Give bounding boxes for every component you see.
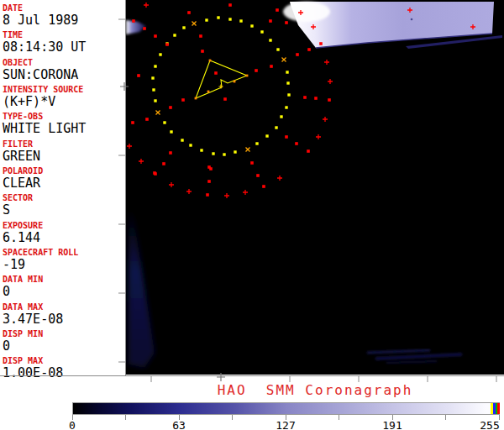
yellow-ring-dot [269, 39, 271, 41]
yellow-ring-dot [212, 152, 214, 155]
yellow-ring-dot [275, 126, 277, 128]
yellow-ring-dot [287, 93, 290, 96]
red-star-dot [181, 98, 185, 102]
yellow-ring-dot [250, 24, 253, 27]
polygon-vertex-dot [246, 75, 249, 77]
yellow-ring-dot [255, 142, 258, 144]
red-star-dot [143, 27, 146, 30]
colorbar-saturation-stripe [497, 403, 500, 414]
colorbar-label: 0 [47, 419, 97, 430]
yellow-ring-dot [189, 144, 192, 146]
yellow-ring-dot [228, 18, 231, 20]
colorbar-tick [125, 415, 126, 420]
red-star-dot [307, 48, 311, 51]
red-star-dot [319, 42, 323, 45]
red-star-dot [145, 118, 149, 121]
red-star-dot [169, 106, 172, 109]
colorbar-label: 63 [154, 419, 204, 430]
yellow-ring-dot [286, 81, 289, 84]
red-star-dot [314, 97, 318, 100]
red-star-dot [262, 185, 265, 188]
red-star-dot [285, 21, 288, 24]
panel-divider-line [125, 0, 126, 375]
red-star-dot [270, 65, 273, 68]
red-star-dot [131, 121, 134, 124]
red-star-dot [199, 34, 202, 38]
red-star-dot [269, 19, 272, 23]
red-star-dot [307, 149, 310, 153]
red-star-dot [154, 34, 157, 38]
polygon-vertex-dot [209, 60, 212, 62]
red-star-dot [137, 74, 140, 77]
red-star-dot [201, 50, 204, 53]
yellow-ring-dot [265, 134, 268, 137]
colorbar-tick [445, 415, 446, 420]
red-star-dot [209, 167, 213, 170]
colorbar-tick [232, 415, 233, 420]
polygon-vertex-dot [207, 91, 210, 93]
yellow-ring-dot [159, 53, 161, 55]
yellow-ring-dot [173, 34, 176, 36]
yellow-ring-dot [154, 65, 156, 67]
red-star-dot [132, 19, 135, 23]
yellow-ring-dot [276, 48, 279, 50]
yellow-ring-dot [285, 106, 287, 108]
red-star-dot [165, 43, 169, 46]
yellow-ring-dot [170, 130, 172, 133]
yellow-ring-dot [205, 18, 207, 21]
red-star-dot [223, 97, 227, 101]
red-star-dot [303, 96, 307, 99]
image-background [126, 0, 504, 375]
red-star-dot [276, 8, 279, 12]
colorbar-gradient [72, 402, 500, 415]
image-bottom-line [0, 375, 504, 376]
yellow-ring-dot [154, 99, 156, 102]
smm-coronagraph-viewer: DATE8 Jul 1989TIME08:14:30 UTOBJECTSUN:C… [0, 0, 504, 430]
colorbar-label: 191 [367, 419, 417, 430]
colorbar-label: 255 [465, 419, 504, 430]
red-star-dot [206, 193, 209, 197]
red-star-dot [162, 162, 165, 165]
yellow-ring-dot [239, 19, 242, 22]
red-star-dot [169, 151, 172, 155]
red-star-dot [228, 3, 232, 7]
yellow-ring-dot [181, 139, 183, 141]
polygon-vertex-dot [195, 97, 197, 100]
red-star-dot [207, 180, 211, 183]
coronagraph-image [0, 0, 504, 388]
yellow-ring-dot [163, 121, 165, 123]
yellow-ring-dot [280, 115, 282, 118]
yellow-ring-dot [260, 30, 263, 33]
colorbar-label: 127 [260, 419, 311, 430]
red-star-dot [285, 135, 288, 139]
red-star-dot [214, 71, 218, 75]
red-star-dot [296, 53, 299, 56]
yellow-ring-dot [234, 150, 236, 153]
yellow-ring-dot [152, 88, 155, 91]
red-star-dot [154, 172, 157, 176]
yellow-ring-dot [217, 16, 219, 18]
band-speck [411, 18, 413, 21]
plot-title: HAO SMM Coronagraph [126, 382, 504, 398]
yellow-ring-dot [286, 71, 288, 73]
yellow-ring-dot [182, 26, 185, 29]
bright-band-core [283, 2, 330, 22]
yellow-ring-dot [200, 149, 202, 151]
red-star-dot [328, 98, 331, 102]
yellow-ring-dot [151, 76, 154, 79]
yellow-ring-dot [223, 153, 225, 155]
red-star-dot [255, 69, 258, 72]
red-star-dot [187, 11, 191, 14]
red-star-dot [250, 161, 254, 165]
red-star-dot [256, 174, 260, 177]
polygon-vertex-dot [234, 81, 236, 83]
colorbar-tick [339, 415, 339, 420]
red-star-dot [295, 142, 298, 145]
